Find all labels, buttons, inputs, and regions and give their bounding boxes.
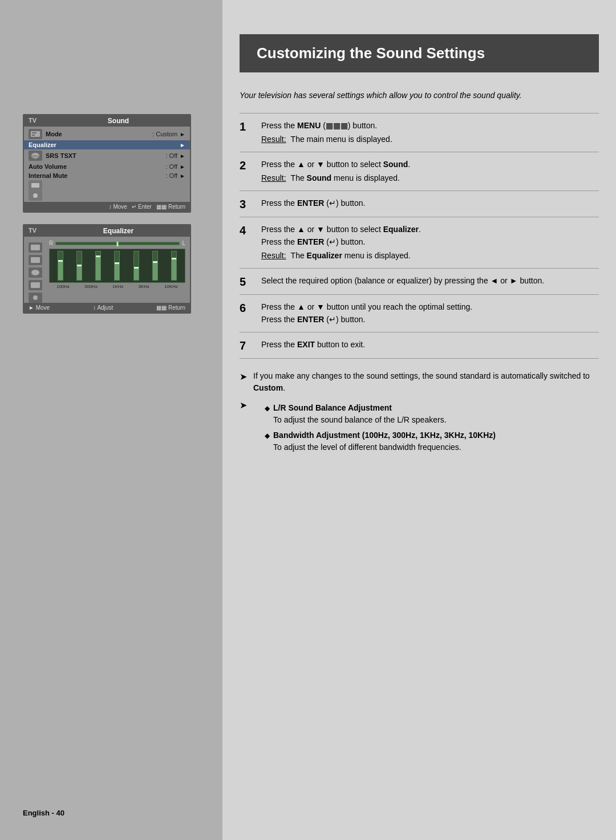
- tv-row-equalizer: Equalizer ►: [24, 140, 190, 149]
- step-5-num: 5: [240, 274, 252, 289]
- page-title: Customizing the Sound Settings: [257, 44, 582, 62]
- step-1-result-label: Result:: [261, 133, 286, 145]
- bullet-bandwidth: ◆ Bandwidth Adjustment (100Hz, 300Hz, 1K…: [265, 429, 599, 453]
- eq-bar-track-6: [152, 251, 158, 281]
- svg-text:SRS: SRS: [32, 155, 39, 158]
- tv-row-mute: Internal Mute : Off ►: [24, 171, 190, 180]
- step-4-result-text: The Equalizer menu is displayed.: [291, 249, 411, 262]
- tv-screen2-footer-adjust: ↕ Adjust: [93, 305, 113, 311]
- tv-row-eq-arrow: ►: [180, 142, 185, 148]
- tv-row-autovol-arrow: ►: [180, 164, 185, 170]
- step-2-content: Press the ▲ or ▼ button to select Sound.…: [261, 158, 599, 185]
- bullet-diamond-2: ◆: [265, 431, 270, 453]
- eq-bar-handle-1: [58, 260, 63, 262]
- step-2-main: Press the ▲ or ▼ button to select Sound.: [261, 158, 599, 171]
- eq-bar-1: [51, 251, 69, 281]
- svg-rect-5: [31, 183, 39, 188]
- eq-bar-fill-3: [96, 257, 100, 280]
- left-sidebar: TV Sound Mode : Custom ► Equalizer ►: [0, 0, 222, 840]
- step-2-result: Result: The Sound menu is displayed.: [261, 172, 599, 184]
- tv-screen1-footer: ↕ Move ↵ Enter ▦▦ Return: [24, 202, 190, 212]
- step-5-main: Select the required option (balance or e…: [261, 274, 599, 287]
- tv-balance-marker: [117, 242, 119, 246]
- eq-bar-6: [146, 251, 164, 281]
- eq-bar-track-7: [171, 251, 177, 281]
- tv-row-icon1: [24, 180, 190, 190]
- tv-row-srs: SRS SRS TSXT : Off ►: [24, 149, 190, 162]
- step-4-main: Press the ▲ or ▼ button to select Equali…: [261, 223, 599, 249]
- tv-screen1-body: Mode : Custom ► Equalizer ► SRS SRS TSXT…: [24, 127, 190, 202]
- tv-screens-container: TV Sound Mode : Custom ► Equalizer ►: [23, 114, 191, 314]
- step-7-main: Press the EXIT button to exit.: [261, 338, 599, 351]
- step-1-result-text: The main menu is displayed.: [291, 133, 392, 145]
- tv-screen1-header: TV Sound: [24, 115, 190, 127]
- svg-rect-10: [31, 282, 40, 288]
- tv-screen1-footer-text: ↕ Move ↵ Enter ▦▦ Return: [109, 204, 185, 210]
- tv-row-autovol-label: Auto Volume: [29, 163, 166, 170]
- bullet-diamond-1: ◆: [265, 403, 270, 426]
- eq-bar-handle-7: [172, 258, 176, 259]
- eq-bar-fill-7: [172, 259, 176, 280]
- eq-bar-2: [70, 251, 88, 281]
- note-2-content: ◆ L/R Sound Balance AdjustmentTo adjust …: [253, 399, 599, 457]
- tv-row-autovol: Auto Volume : Off ►: [24, 162, 190, 171]
- tv-freq-labels: 100Hz 300Hz 1KHz 3KHz 10KHz: [49, 284, 185, 289]
- tv-screen2-title: Equalizer: [51, 227, 185, 235]
- tv-row-mode: Mode : Custom ►: [24, 128, 190, 140]
- tv-icon-misc2: [29, 190, 42, 201]
- tv-eq-icon2: [29, 255, 42, 265]
- bullet-lr-text: L/R Sound Balance AdjustmentTo adjust th…: [273, 402, 447, 426]
- step-6-num: 6: [240, 301, 252, 326]
- main-content: Customizing the Sound Settings Your tele…: [222, 0, 616, 840]
- eq-bar-handle-4: [115, 262, 119, 264]
- notes-section: ➤ If you make any changes to the sound s…: [240, 370, 599, 457]
- step-7: 7 Press the EXIT button to exit.: [240, 332, 599, 359]
- step-4: 4 Press the ▲ or ▼ button to select Equa…: [240, 217, 599, 268]
- footer-text: English - 40: [23, 809, 64, 817]
- eq-bar-handle-5: [134, 267, 139, 269]
- tv-row-mode-value: : Custom: [152, 131, 177, 137]
- tv-icon-srs: SRS: [29, 151, 42, 161]
- page-footer: English - 40: [23, 809, 64, 817]
- step-3-num: 3: [240, 197, 252, 211]
- tv-balance-row: R L: [49, 240, 185, 246]
- tv-balance-bar: [55, 242, 180, 245]
- tv-screen-sound: TV Sound Mode : Custom ► Equalizer ►: [23, 114, 191, 213]
- step-4-num: 4: [240, 223, 252, 262]
- step-2-result-text: The Sound menu is displayed.: [291, 172, 400, 184]
- tv-eq-display-area: R L: [49, 240, 185, 303]
- tv-screen2-footer-move: ► Move: [29, 305, 50, 311]
- eq-bar-fill-6: [153, 263, 157, 280]
- tv-row-icon2: [24, 190, 190, 201]
- eq-bar-track-2: [76, 251, 82, 281]
- step-2: 2 Press the ▲ or ▼ button to select Soun…: [240, 152, 599, 190]
- step-6: 6 Press the ▲ or ▼ button until you reac…: [240, 294, 599, 332]
- svg-rect-2: [32, 135, 35, 136]
- tv-row-srs-value: : Off: [166, 152, 178, 159]
- freq-3khz: 3KHz: [139, 284, 150, 289]
- svg-rect-0: [31, 131, 40, 137]
- step-3-content: Press the ENTER (↵) button.: [261, 197, 599, 211]
- tv-screen-equalizer: TV Equalizer R: [23, 224, 191, 314]
- tv-screen2-body: R L: [24, 237, 190, 303]
- tv-balance-l: L: [182, 240, 185, 246]
- eq-bar-fill-5: [134, 269, 139, 280]
- tv-icon-mode: [29, 129, 42, 139]
- svg-rect-1: [32, 132, 37, 133]
- eq-bar-track-1: [58, 251, 63, 281]
- tv-row-srs-arrow: ►: [180, 153, 185, 159]
- note-1-content: If you make any changes to the sound set…: [253, 370, 599, 394]
- tv-screen2-footer-return: ▦▦ Return: [156, 305, 185, 311]
- bullet-list: ◆ L/R Sound Balance AdjustmentTo adjust …: [265, 402, 599, 453]
- step-1-result: Result: The main menu is displayed.: [261, 133, 599, 145]
- eq-bar-4: [108, 251, 126, 281]
- eq-bar-track-3: [95, 251, 101, 281]
- eq-bar-handle-6: [153, 261, 157, 263]
- svg-rect-7: [31, 245, 40, 250]
- tv-row-mute-label: Internal Mute: [29, 172, 166, 179]
- eq-bar-fill-4: [115, 264, 119, 280]
- step-1: 1 Press the MENU (▦▦▦) button. Result: T…: [240, 113, 599, 152]
- svg-rect-8: [31, 257, 40, 263]
- tv-eq-bars: [49, 249, 185, 283]
- tv-screen1-title: Sound: [51, 117, 185, 125]
